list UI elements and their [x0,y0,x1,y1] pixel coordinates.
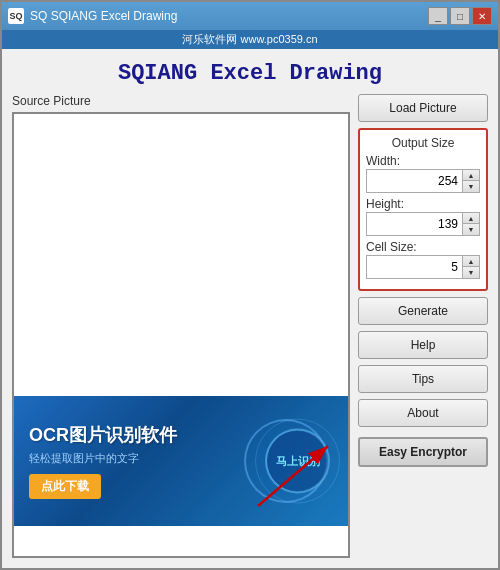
help-button[interactable]: Help [358,331,488,359]
maximize-button[interactable]: □ [450,7,470,25]
app-title: SQIANG Excel Drawing [2,49,498,94]
title-bar-text: SQ SQIANG Excel Drawing [30,9,428,23]
width-spinner-buttons: ▲ ▼ [462,170,479,192]
load-picture-button[interactable]: Load Picture [358,94,488,122]
about-button[interactable]: About [358,399,488,427]
easy-encryptor-button[interactable]: Easy Encryptor [358,437,488,467]
image-preview: OCR图片识别软件 轻松提取图片中的文字 点此下载 马上识别 [12,112,350,558]
ocr-circle-badge: 马上识别 [265,429,330,494]
tips-button[interactable]: Tips [358,365,488,393]
height-spinner: ▲ ▼ [366,212,480,236]
minimize-button[interactable]: _ [428,7,448,25]
source-label: Source Picture [12,94,350,108]
height-label: Height: [366,197,480,211]
cell-size-row: Cell Size: ▲ ▼ [366,240,480,279]
title-bar: SQ SQ SQIANG Excel Drawing _ □ ✕ [2,2,498,30]
ocr-download-button[interactable]: 点此下载 [29,474,101,499]
cell-size-label: Cell Size: [366,240,480,254]
main-window: SQ SQ SQIANG Excel Drawing _ □ ✕ 河乐软件网 w… [0,0,500,570]
width-decrement-button[interactable]: ▼ [463,181,479,192]
height-increment-button[interactable]: ▲ [463,213,479,224]
width-row: Width: ▲ ▼ [366,154,480,193]
ocr-banner[interactable]: OCR图片识别软件 轻松提取图片中的文字 点此下载 马上识别 [14,396,348,526]
generate-button[interactable]: Generate [358,297,488,325]
cell-size-increment-button[interactable]: ▲ [463,256,479,267]
cell-size-input[interactable] [367,258,462,276]
watermark-text: 河乐软件网 www.pc0359.cn [182,33,317,45]
cell-size-spinner: ▲ ▼ [366,255,480,279]
right-panel: Load Picture Output Size Width: ▲ ▼ [358,94,488,558]
height-input[interactable] [367,215,462,233]
title-bar-controls: _ □ ✕ [428,7,492,25]
watermark-banner: 河乐软件网 www.pc0359.cn [2,30,498,49]
width-spinner: ▲ ▼ [366,169,480,193]
output-size-label: Output Size [366,136,480,150]
content-area: Source Picture OCR图片识别软件 轻松提取图片中的文字 点此下载… [2,94,498,568]
close-button[interactable]: ✕ [472,7,492,25]
height-row: Height: ▲ ▼ [366,197,480,236]
width-increment-button[interactable]: ▲ [463,170,479,181]
left-panel: Source Picture OCR图片识别软件 轻松提取图片中的文字 点此下载… [12,94,350,558]
preview-content: OCR图片识别软件 轻松提取图片中的文字 点此下载 马上识别 [14,114,348,556]
ocr-circle-text: 马上识别 [276,454,320,468]
output-size-section: Output Size Width: ▲ ▼ Height: [358,128,488,291]
cell-size-spinner-buttons: ▲ ▼ [462,256,479,278]
width-input[interactable] [367,172,462,190]
height-decrement-button[interactable]: ▼ [463,224,479,235]
app-icon: SQ [8,8,24,24]
width-label: Width: [366,154,480,168]
cell-size-decrement-button[interactable]: ▼ [463,267,479,278]
height-spinner-buttons: ▲ ▼ [462,213,479,235]
